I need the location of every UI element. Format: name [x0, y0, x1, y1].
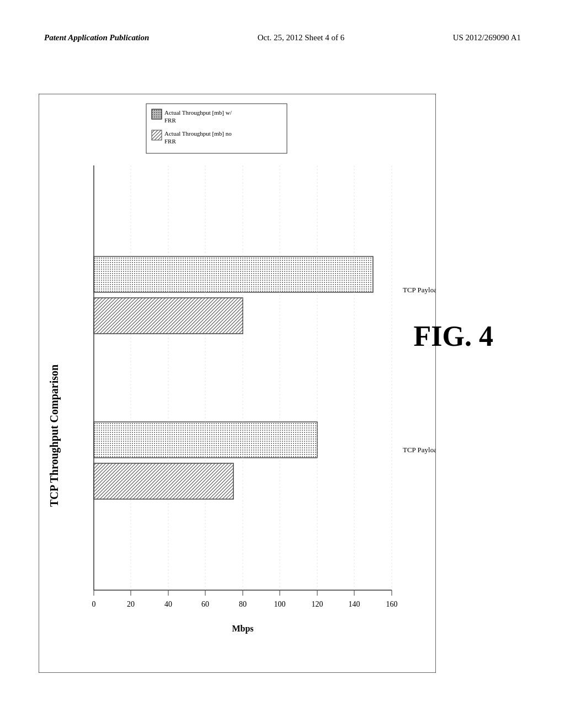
- date-sheet-label: Oct. 25, 2012 Sheet 4 of 6: [258, 33, 344, 42]
- figure-label: FIG. 4: [414, 320, 493, 352]
- svg-text:Mbps: Mbps: [232, 624, 253, 634]
- svg-text:160: 160: [386, 600, 398, 608]
- svg-text:40: 40: [164, 600, 172, 608]
- svg-text:FRR: FRR: [164, 117, 176, 124]
- publication-label: Patent Application Publication: [44, 33, 149, 42]
- svg-text:TCP Throughput Comparison: TCP Throughput Comparison: [48, 365, 61, 507]
- chart-svg: Actual Throughput [mb] w/ FRR Actual Thr…: [39, 94, 436, 673]
- svg-text:20: 20: [127, 600, 135, 608]
- svg-text:Actual Throughput [mb] w/: Actual Throughput [mb] w/: [164, 109, 232, 116]
- page: Patent Application Publication Oct. 25, …: [0, 0, 565, 728]
- svg-text:140: 140: [349, 600, 360, 608]
- svg-text:80: 80: [239, 600, 247, 608]
- svg-text:TCP Payload (Filezilla): TCP Payload (Filezilla): [403, 446, 436, 454]
- svg-text:120: 120: [312, 600, 323, 608]
- svg-text:FRR: FRR: [164, 138, 176, 144]
- svg-rect-37: [94, 256, 373, 292]
- svg-rect-35: [94, 422, 317, 458]
- svg-rect-10: [152, 130, 162, 140]
- svg-text:Actual Throughput [mb] no: Actual Throughput [mb] no: [164, 130, 232, 137]
- patent-number-label: US 2012/269090 A1: [453, 33, 521, 42]
- header: Patent Application Publication Oct. 25, …: [44, 33, 521, 42]
- svg-rect-4: [152, 109, 162, 119]
- svg-rect-0: [39, 94, 436, 673]
- svg-text:60: 60: [201, 600, 209, 608]
- svg-text:100: 100: [274, 600, 286, 608]
- svg-rect-36: [94, 463, 233, 499]
- svg-text:TCP Payload (Chariot): TCP Payload (Chariot): [403, 286, 436, 294]
- svg-text:0: 0: [92, 600, 96, 608]
